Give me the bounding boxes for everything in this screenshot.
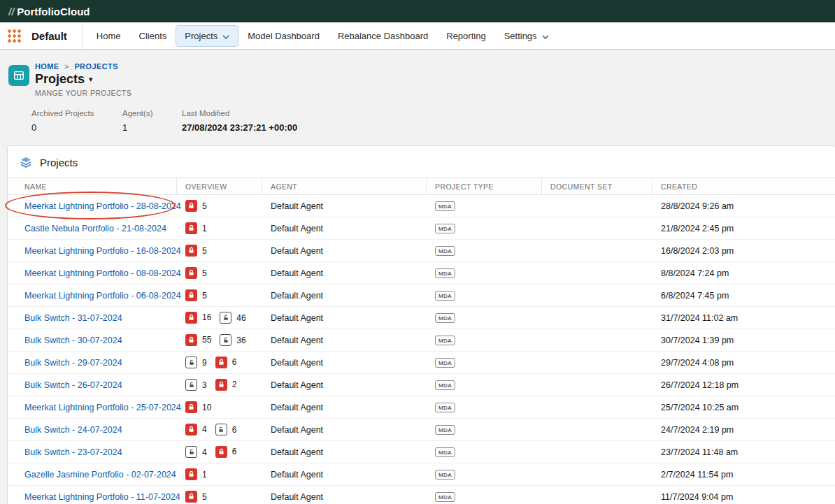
project-link[interactable]: Meerkat Lightning Portfolio - 08-08-2024: [24, 268, 181, 278]
created-cell: 6/8/2024 7:45 pm: [652, 291, 835, 301]
nav-tab-rebalance-dashboard[interactable]: Rebalance Dashboard: [329, 25, 437, 47]
nav-tab-label: Reporting: [446, 31, 485, 41]
table-row: Meerkat Lightning Portfolio - 28-08-2024…: [8, 195, 835, 217]
overview-badge: 9: [185, 357, 207, 368]
unlocked-icon: [185, 357, 197, 368]
stat-last-modified: Last Modified 27/08/2024 23:27:21 +00:00: [182, 109, 297, 133]
badge-count: 16: [202, 312, 211, 322]
table-row: Bulk Switch - 24-07-2024 46 Default Agen…: [8, 419, 835, 441]
overview-badge: 55: [185, 334, 211, 346]
badge-count: 1: [202, 224, 207, 233]
project-link[interactable]: Meerkat Lightning Portfolio - 25-07-2024: [24, 403, 181, 412]
nav-tab-projects[interactable]: Projects: [176, 25, 238, 47]
chevron-down-icon[interactable]: [222, 31, 229, 41]
unlocked-icon: [220, 334, 231, 346]
table-row: Meerkat Lightning Portfolio - 16-08-2024…: [8, 240, 835, 262]
nav-tab-settings[interactable]: Settings: [495, 25, 558, 47]
project-link[interactable]: Bulk Switch - 31-07-2024: [24, 313, 122, 323]
project-link[interactable]: Gazelle Jasmine Portfolio - 02-07-2024: [24, 470, 176, 480]
unlocked-icon: [220, 312, 231, 324]
project-link[interactable]: Meerkat Lightning Portfolio - 06-08-2024: [24, 291, 181, 301]
name-cell: Bulk Switch - 23-07-2024: [8, 447, 177, 457]
projects-object-icon: [8, 65, 29, 86]
unlocked-icon: [215, 424, 227, 435]
badge-count: 4: [202, 447, 207, 457]
badge-count: 5: [202, 268, 207, 278]
project-type-badge: MDA: [435, 380, 455, 390]
created-cell: 16/8/2024 2:03 pm: [652, 246, 835, 256]
project-type-badge: MDA: [435, 201, 455, 211]
created-cell: 31/7/2024 11:02 am: [652, 313, 835, 323]
badge-count: 46: [236, 313, 245, 323]
nav-tab-clients[interactable]: Clients: [130, 25, 176, 47]
project-link[interactable]: Bulk Switch - 23-07-2024: [24, 447, 122, 457]
overview-badge: 6: [215, 446, 237, 458]
app-logo[interactable]: // PortfolioCloud: [8, 6, 90, 17]
project-type-badge: MDA: [435, 224, 455, 233]
project-type-cell: MDA: [427, 223, 542, 233]
table-row: Meerkat Lightning Portfolio - 25-07-2024…: [8, 396, 835, 419]
breadcrumb-projects-link[interactable]: PROJECTS: [74, 62, 118, 71]
project-type-badge: MDA: [435, 313, 455, 323]
locked-icon: [185, 200, 197, 212]
title-dropdown-icon[interactable]: ▾: [89, 75, 93, 84]
stat-value: 1: [122, 122, 182, 133]
project-link[interactable]: Castle Nebula Portfolio - 21-08-2024: [24, 224, 166, 233]
column-header-document-set[interactable]: DOCUMENT SET: [542, 178, 652, 194]
project-link[interactable]: Meerkat Lightning Portfolio - 16-08-2024: [24, 246, 181, 256]
column-header-project-type[interactable]: PROJECT TYPE: [427, 178, 542, 194]
project-link[interactable]: Meerkat Lightning Portfolio - 28-08-2024: [24, 201, 181, 211]
project-link[interactable]: Bulk Switch - 26-07-2024: [24, 380, 122, 390]
project-type-badge: MDA: [435, 358, 455, 368]
locked-icon: [185, 289, 197, 301]
stat-label: Archived Projects: [31, 109, 122, 117]
name-cell: Meerkat Lightning Portfolio - 11-07-2024: [8, 492, 177, 502]
agent-cell: Default Agent: [262, 201, 427, 211]
project-link[interactable]: Bulk Switch - 30-07-2024: [24, 336, 122, 345]
created-cell: 24/7/2024 2:19 pm: [652, 425, 835, 435]
project-link[interactable]: Meerkat Lightning Portfolio - 11-07-2024: [24, 492, 180, 502]
table-row: Castle Nebula Portfolio - 21-08-2024 1 D…: [8, 217, 835, 240]
nav-tab-home[interactable]: Home: [87, 25, 130, 47]
agent-cell: Default Agent: [262, 358, 427, 368]
overview-cell: 5: [177, 289, 262, 301]
locked-icon: [185, 401, 197, 413]
breadcrumb-home-link[interactable]: HOME: [35, 62, 59, 71]
locked-icon: [185, 491, 197, 503]
badge-count: 55: [202, 335, 211, 345]
chevron-down-icon[interactable]: [542, 31, 549, 41]
overview-badge: 6: [215, 357, 237, 368]
nav-tab-label: Clients: [139, 31, 167, 41]
name-cell: Meerkat Lightning Portfolio - 25-07-2024: [8, 403, 177, 412]
table-row: Bulk Switch - 31-07-2024 1646 Default Ag…: [8, 307, 835, 329]
column-header-created[interactable]: CREATED: [652, 178, 835, 194]
project-link[interactable]: Bulk Switch - 29-07-2024: [24, 358, 122, 368]
column-header-overview[interactable]: OVERVIEW: [177, 178, 262, 194]
badge-count: 5: [202, 246, 207, 256]
overview-badge: 1: [185, 222, 207, 234]
breadcrumb: HOME > PROJECTS: [35, 62, 131, 71]
project-type-badge: MDA: [435, 291, 455, 301]
agent-cell: Default Agent: [262, 246, 427, 256]
nav-tab-reporting[interactable]: Reporting: [437, 25, 494, 47]
project-type-cell: MDA: [427, 380, 542, 390]
agent-cell: Default Agent: [262, 336, 427, 345]
nav-tab-label: Rebalance Dashboard: [338, 31, 428, 41]
overview-cell: 96: [177, 357, 262, 369]
page-subtitle: MANGE YOUR PROJECTS: [35, 89, 131, 97]
nav-tab-label: Home: [97, 31, 121, 41]
project-type-badge: MDA: [435, 403, 455, 412]
column-header-name[interactable]: NAME: [8, 178, 177, 194]
project-link[interactable]: Bulk Switch - 24-07-2024: [24, 425, 122, 435]
locked-icon: [215, 379, 227, 391]
overview-cell: 46: [177, 424, 262, 436]
column-header-agent[interactable]: AGENT: [262, 178, 427, 194]
overview-badge: 3: [185, 379, 207, 391]
nav-tab-model-dashboard[interactable]: Model Dashboard: [238, 25, 329, 47]
overview-badge: 5: [185, 491, 207, 503]
overview-cell: 5536: [177, 334, 262, 347]
overview-cell: 1646: [177, 312, 262, 324]
app-launcher-icon[interactable]: [7, 29, 22, 43]
badge-count: 2: [232, 380, 237, 389]
agent-cell: Default Agent: [262, 291, 427, 301]
